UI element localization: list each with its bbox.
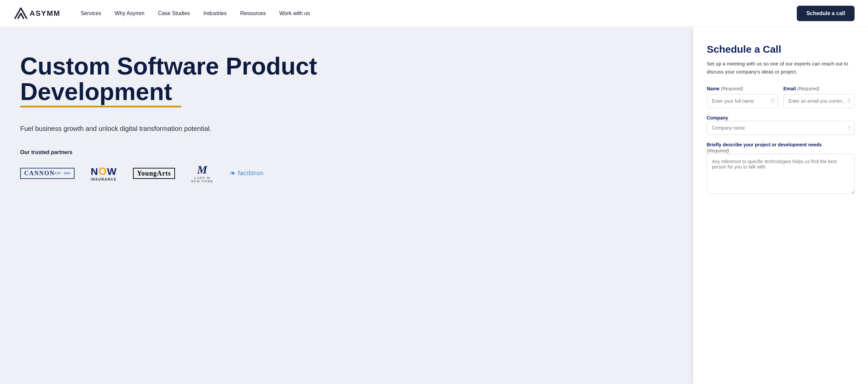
nav-links: Services Why Asymm Case Studies Industri… <box>81 10 797 17</box>
partner-now-insurance: NOW INSURANCE <box>91 165 117 181</box>
company-input-wrapper: ⠿ <box>707 121 855 135</box>
schedule-call-button[interactable]: Schedule a call <box>797 6 855 21</box>
facilitron-icon: ❧ <box>229 169 236 178</box>
form-row-name-email: Name (Required) ⠿ Email (Required) ⠿ <box>707 86 855 108</box>
partner-facilitron: ❧ facilitron <box>229 169 264 178</box>
name-input[interactable] <box>707 94 778 108</box>
nav-link-resources[interactable]: Resources <box>240 10 266 17</box>
name-label: Name (Required) <box>707 86 778 91</box>
partner-youngarts: YoungArts <box>133 168 175 179</box>
partner-cannon: CANNON EST · 1963 <box>20 168 74 179</box>
company-label: Company <box>707 115 728 121</box>
name-required-label: (Required) <box>721 86 743 91</box>
email-required-label: (Required) <box>797 86 819 91</box>
logo-text: ASYMM <box>30 9 60 18</box>
form-title: Schedule a Call <box>707 44 855 55</box>
email-input-wrapper: ⠿ <box>783 94 855 108</box>
email-input[interactable] <box>783 94 855 108</box>
project-label: Briefly describe your project or develop… <box>707 142 822 153</box>
hero-title-line2: Development <box>20 79 673 113</box>
logo[interactable]: ASYMM <box>13 6 60 21</box>
form-group-email: Email (Required) ⠿ <box>783 86 855 108</box>
hero-title: Custom Software Product Development <box>20 54 673 112</box>
hero-section: Custom Software Product Development Fuel… <box>0 27 693 384</box>
nav-link-why-asymm[interactable]: Why Asymm <box>115 10 145 17</box>
hero-title-line1: Custom Software Product <box>20 54 673 79</box>
name-input-wrapper: ⠿ <box>707 94 778 108</box>
hero-subtitle: Fuel business growth and unlock digital … <box>20 125 673 133</box>
nav-link-services[interactable]: Services <box>81 10 101 17</box>
navbar: ASYMM Services Why Asymm Case Studies In… <box>0 0 868 27</box>
form-group-name: Name (Required) ⠿ <box>707 86 778 108</box>
company-input[interactable] <box>707 121 855 135</box>
email-label: Email (Required) <box>783 86 855 91</box>
trusted-partners-label: Our trusted partners <box>20 149 673 155</box>
main-content: Custom Software Product Development Fuel… <box>0 27 868 384</box>
nav-link-industries[interactable]: Industries <box>203 10 226 17</box>
hero-underline-decoration <box>20 106 181 107</box>
nav-link-work-with-us[interactable]: Work with us <box>279 10 310 17</box>
partners-row: CANNON EST · 1963 NOW INSURANCE YoungArt… <box>20 163 673 183</box>
project-textarea[interactable] <box>707 154 855 194</box>
partner-ladym: M LADY M NEW YORK <box>191 163 213 183</box>
nav-link-case-studies[interactable]: Case Studies <box>158 10 190 17</box>
project-required-label: (Required) <box>707 148 729 153</box>
form-group-company: Company ⠿ <box>707 115 855 135</box>
form-description: Set up a meeting with us so one of our e… <box>707 60 855 76</box>
schedule-call-form-panel: Schedule a Call Set up a meeting with us… <box>693 27 868 384</box>
form-group-project: Briefly describe your project or develop… <box>707 142 855 195</box>
